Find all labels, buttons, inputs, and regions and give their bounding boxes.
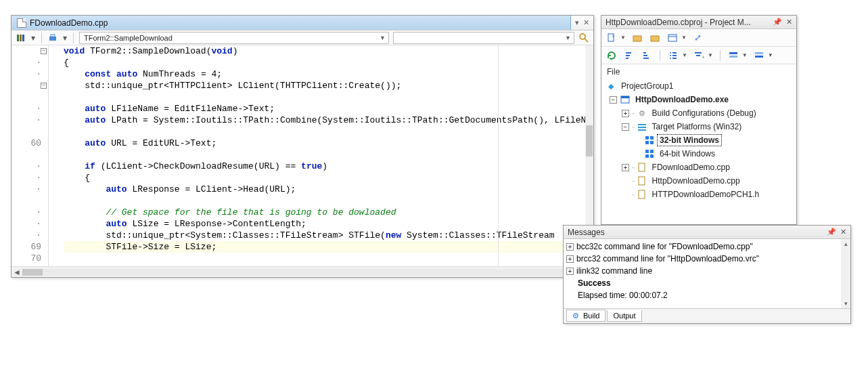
separator xyxy=(41,33,42,43)
scroll-up-icon[interactable]: ▴ xyxy=(841,239,850,249)
options-icon[interactable] xyxy=(666,32,679,44)
chevron-down-icon: ▼ xyxy=(380,35,386,41)
tree-node-win64[interactable]: 64-bit Windows xyxy=(603,147,795,161)
message-row[interactable]: + bcc32c command line for "FDownloadDemo… xyxy=(566,240,848,253)
refresh-icon[interactable] xyxy=(606,49,618,62)
collapse-toggle[interactable]: − xyxy=(610,96,617,104)
message-row[interactable]: + brcc32 command line for "HttpDownloadD… xyxy=(566,253,848,265)
fold-toggle[interactable]: − xyxy=(41,48,47,54)
add-folder-icon[interactable] xyxy=(631,32,643,44)
svg-rect-4 xyxy=(51,35,55,37)
expand-icon[interactable]: ⤢ xyxy=(692,32,704,44)
dropdown-icon[interactable]: ▼ xyxy=(681,35,687,41)
svg-rect-41 xyxy=(645,150,649,153)
dropdown-icon[interactable]: ▼ xyxy=(742,52,748,58)
search-icon[interactable] xyxy=(578,33,589,43)
toolbar-dropdown-2-icon[interactable]: ▾ xyxy=(62,33,68,43)
expand-toggle[interactable]: + xyxy=(566,255,574,263)
view-2-icon[interactable] xyxy=(753,49,765,62)
svg-rect-33 xyxy=(621,96,629,98)
dropdown-icon[interactable]: ▼ xyxy=(682,52,687,58)
pin-icon[interactable]: 📌 xyxy=(773,18,782,26)
svg-rect-45 xyxy=(639,163,645,171)
close-icon[interactable]: ✕ xyxy=(786,18,792,26)
expand-toggle[interactable]: + xyxy=(622,164,629,171)
code-area[interactable]: − · · − · · 60 · · · · · · 69 70 void TF… xyxy=(12,45,593,266)
tree-connector: ·· xyxy=(632,123,635,131)
svg-rect-10 xyxy=(651,36,659,41)
svg-rect-18 xyxy=(643,58,649,59)
dropdown-icon[interactable]: ▼ xyxy=(708,52,713,58)
books-icon[interactable] xyxy=(16,33,26,43)
vertical-scrollbar[interactable]: ▴ ▾ xyxy=(841,239,850,308)
gear-icon: ⚙ xyxy=(637,108,647,119)
dropdown-icon[interactable]: ▼ xyxy=(768,52,773,58)
svg-rect-40 xyxy=(650,141,654,144)
expand-toggle[interactable]: + xyxy=(566,243,574,251)
sort-2-icon[interactable] xyxy=(641,49,653,62)
svg-rect-1 xyxy=(20,35,22,41)
tree-node-build-config[interactable]: + ·· ⚙ Build Configurations (Debug) xyxy=(603,106,795,120)
svg-rect-11 xyxy=(668,35,677,41)
dropdown-icon[interactable]: ▼ xyxy=(620,35,626,41)
cpp-file-icon xyxy=(17,18,26,28)
expand-toggle[interactable]: + xyxy=(566,268,574,275)
code-text[interactable]: void TForm2::SampleDownload(void) { cons… xyxy=(49,45,593,266)
message-row[interactable]: + ilink32 command line xyxy=(566,265,848,277)
svg-rect-39 xyxy=(645,141,649,144)
pin-icon[interactable]: 📌 xyxy=(827,228,836,236)
svg-text:+: + xyxy=(702,54,704,60)
svg-rect-47 xyxy=(639,190,645,198)
toolbar-dropdown-icon[interactable]: ▾ xyxy=(30,33,36,43)
close-icon[interactable]: ✕ xyxy=(840,228,846,236)
add-file-icon[interactable]: + xyxy=(606,32,618,44)
tree-node-exe[interactable]: − HttpDownloadDemo.exe xyxy=(603,93,795,106)
scrollbar-thumb[interactable] xyxy=(586,125,593,156)
svg-point-21 xyxy=(670,55,671,56)
project-group-icon: ◆ xyxy=(606,81,616,91)
horizontal-scrollbar[interactable]: ◄ ► xyxy=(12,266,593,277)
tree-node-file-fdownload[interactable]: + ·· FDownloadDemo.cpp xyxy=(603,161,795,174)
scroll-down-icon[interactable]: ▾ xyxy=(841,299,850,308)
tree-node-file-pch[interactable]: ·· HTTPDownloadDemoPCH1.h xyxy=(603,188,795,201)
collapse-toggle[interactable]: − xyxy=(622,123,629,131)
sort-1-icon[interactable] xyxy=(623,49,635,62)
editor-tabstrip: FDownloadDemo.cpp ▾ ✕ xyxy=(12,16,593,30)
member-combo[interactable]: ▼ xyxy=(393,32,574,44)
scroll-left-icon[interactable]: ◄ xyxy=(12,268,22,277)
fold-toggle[interactable]: − xyxy=(41,83,47,89)
messages-tabstrip: ⚙ Build Output xyxy=(564,308,850,323)
tree-node-target-platforms[interactable]: − ·· Target Platforms (Win32) xyxy=(603,120,795,133)
tree-connector: ·· xyxy=(632,110,635,117)
file-column-header: File xyxy=(601,64,796,77)
tree-node-file-httpdownload[interactable]: ·· HttpDownloadDemo.cpp xyxy=(603,174,795,188)
message-row-success[interactable]: Success xyxy=(566,277,848,289)
scope-combo[interactable]: TForm2::SampleDownload ▼ xyxy=(79,32,389,44)
project-panel-title: HttpDownloadDemo.cbproj - Project M... xyxy=(606,18,751,27)
svg-text:+: + xyxy=(612,33,615,39)
tree-node-win32[interactable]: 32-bit Windows xyxy=(603,133,795,147)
messages-panel: Messages 📌 ✕ + bcc32c command line for "… xyxy=(563,225,851,324)
svg-rect-22 xyxy=(672,55,677,56)
tab-close-icon[interactable]: ✕ xyxy=(583,18,589,27)
tree-connector: ·· xyxy=(632,164,635,171)
tab-build[interactable]: ⚙ Build xyxy=(566,310,606,322)
view-1-icon[interactable] xyxy=(727,49,739,62)
scroll-track[interactable] xyxy=(22,269,583,276)
tab-dropdown-icon[interactable]: ▾ xyxy=(575,18,579,27)
folder-icon[interactable] xyxy=(649,32,661,44)
separator xyxy=(73,33,74,43)
editor-tab-fdownloaddemo[interactable]: FDownloadDemo.cpp xyxy=(12,16,571,30)
scrollbar-thumb[interactable] xyxy=(22,269,43,276)
target-icon xyxy=(637,121,647,132)
messages-body: + bcc32c command line for "FDownloadDemo… xyxy=(564,239,850,308)
expand-toggle[interactable]: + xyxy=(622,110,629,117)
tab-output[interactable]: Output xyxy=(607,310,641,322)
messages-title: Messages xyxy=(568,228,605,237)
print-icon[interactable] xyxy=(47,33,58,43)
gear-icon: ⚙ xyxy=(572,312,580,320)
tree-root-projectgroup[interactable]: ◆ ProjectGroup1 xyxy=(603,79,795,93)
filter-add-icon[interactable]: + xyxy=(693,49,705,62)
message-row-elapsed[interactable]: Elapsed time: 00:00:07.2 xyxy=(566,289,848,301)
list-icon[interactable] xyxy=(667,49,679,62)
